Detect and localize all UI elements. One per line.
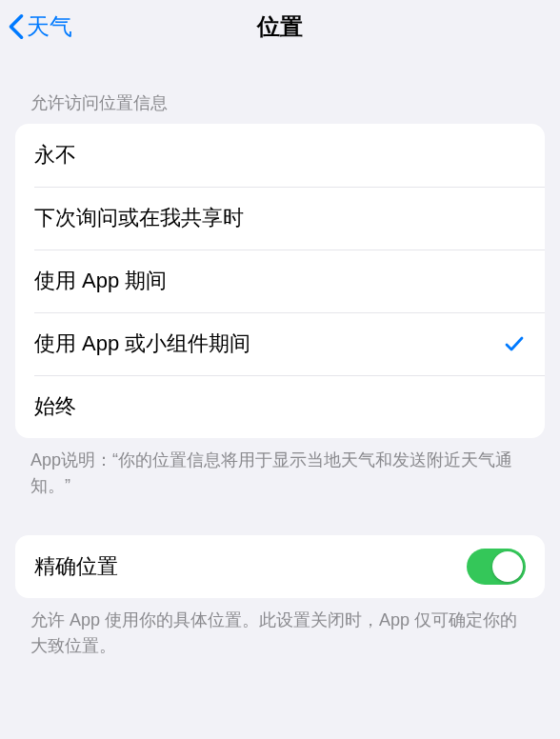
precise-location-switch[interactable] xyxy=(467,549,526,585)
option-label: 使用 App 或小组件期间 xyxy=(34,330,250,358)
switch-knob xyxy=(492,551,523,582)
option-label: 始终 xyxy=(34,392,76,421)
option-label: 下次询问或在我共享时 xyxy=(34,204,244,232)
option-while-using-app[interactable]: 使用 App 期间 xyxy=(15,250,545,312)
access-options-group: 永不 下次询问或在我共享时 使用 App 期间 使用 App 或小组件期间 始终 xyxy=(15,124,545,438)
access-section-header: 允许访问位置信息 xyxy=(0,53,560,124)
precise-location-label: 精确位置 xyxy=(34,552,118,581)
option-while-using-app-or-widgets[interactable]: 使用 App 或小组件期间 xyxy=(15,312,545,375)
option-ask-next-time[interactable]: 下次询问或在我共享时 xyxy=(15,187,545,250)
back-label: 天气 xyxy=(27,11,72,42)
precise-section-footer: 允许 App 使用你的具体位置。此设置关闭时，App 仅可确定你的大致位置。 xyxy=(0,598,560,659)
option-label: 使用 App 期间 xyxy=(34,267,167,295)
checkmark-icon xyxy=(503,332,526,355)
option-label: 永不 xyxy=(34,141,76,170)
chevron-left-icon xyxy=(8,13,25,40)
precise-location-row[interactable]: 精确位置 xyxy=(15,535,545,598)
access-section-footer: App说明：“你的位置信息将用于显示当地天气和发送附近天气通知。” xyxy=(0,438,560,499)
option-always[interactable]: 始终 xyxy=(15,375,545,438)
option-never[interactable]: 永不 xyxy=(15,124,545,187)
page-title: 位置 xyxy=(0,11,560,42)
back-button[interactable]: 天气 xyxy=(0,11,72,42)
navbar: 天气 位置 xyxy=(0,0,560,53)
precise-location-group: 精确位置 xyxy=(15,535,545,598)
